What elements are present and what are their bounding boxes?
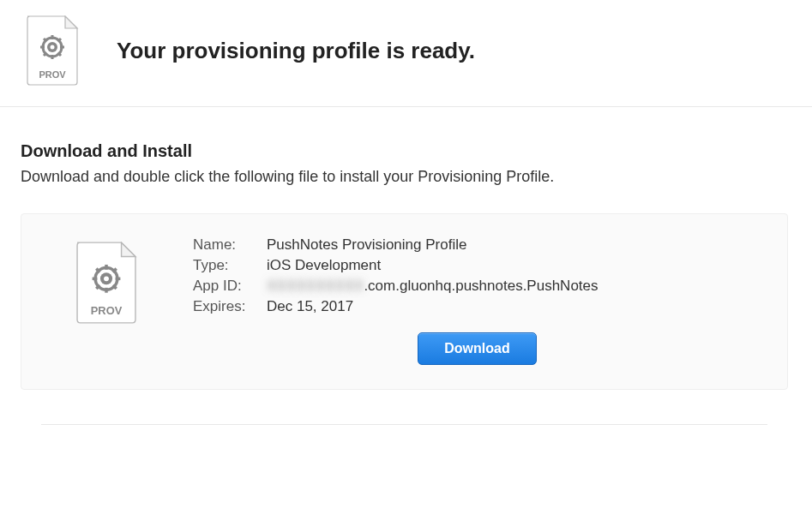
download-section: Download and Install Download and double… bbox=[0, 107, 812, 425]
header-section: PROV Your provisioning profile is ready. bbox=[0, 0, 812, 107]
value-appid: XXXXXXXXXX.com.gluonhq.pushnotes.PushNot… bbox=[267, 278, 598, 295]
label-appid: App ID: bbox=[193, 278, 267, 295]
profile-card: PROV Name: PushNotes Provisioning Profil… bbox=[21, 213, 788, 390]
value-type: iOS Development bbox=[267, 257, 381, 274]
profile-details: Name: PushNotes Provisioning Profile Typ… bbox=[193, 236, 761, 365]
svg-point-10 bbox=[51, 45, 55, 50]
button-row: Download bbox=[193, 332, 761, 365]
page-title: Your provisioning profile is ready. bbox=[117, 38, 475, 64]
label-name: Name: bbox=[193, 236, 267, 254]
value-expires: Dec 15, 2017 bbox=[267, 298, 353, 315]
section-description: Download and double click the following … bbox=[21, 168, 788, 186]
value-name: PushNotes Provisioning Profile bbox=[267, 236, 466, 254]
download-button[interactable]: Download bbox=[418, 332, 536, 365]
detail-row-expires: Expires: Dec 15, 2017 bbox=[193, 298, 761, 315]
prov-file-icon: PROV bbox=[24, 15, 93, 86]
prov-file-icon: PROV bbox=[73, 242, 159, 324]
appid-hidden-prefix: XXXXXXXXXX bbox=[267, 278, 364, 295]
prov-icon-label: PROV bbox=[39, 69, 66, 80]
svg-point-21 bbox=[104, 276, 109, 281]
detail-row-appid: App ID: XXXXXXXXXX.com.gluonhq.pushnotes… bbox=[193, 278, 761, 295]
appid-suffix: .com.gluonhq.pushnotes.PushNotes bbox=[364, 278, 598, 294]
label-type: Type: bbox=[193, 257, 267, 274]
section-title: Download and Install bbox=[21, 141, 788, 161]
detail-row-name: Name: PushNotes Provisioning Profile bbox=[193, 236, 761, 254]
divider bbox=[41, 424, 767, 425]
label-expires: Expires: bbox=[193, 298, 267, 315]
detail-row-type: Type: iOS Development bbox=[193, 257, 761, 274]
prov-icon-label: PROV bbox=[91, 304, 123, 317]
